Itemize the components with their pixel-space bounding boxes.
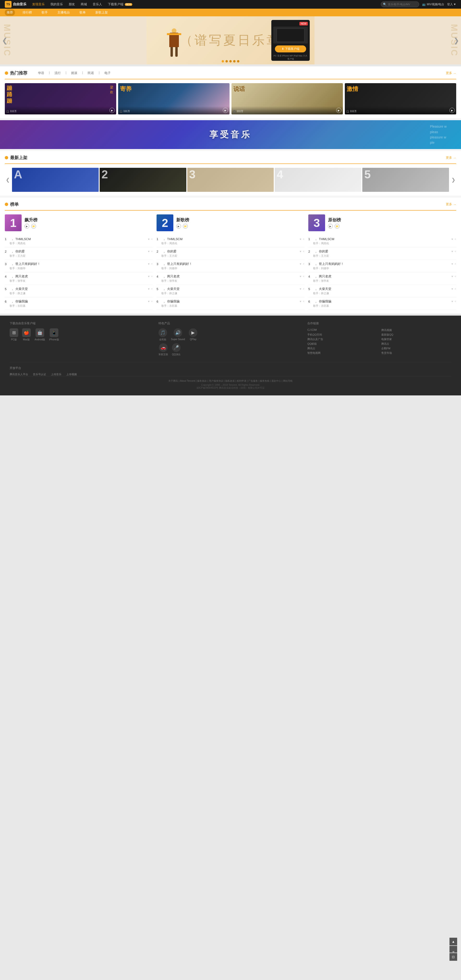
heart-icon-1-0[interactable]: ♥ [299,237,301,241]
chart-play-btn-2[interactable]: ▶ [328,224,333,229]
nav-item-shop[interactable]: 商城 [80,2,88,7]
plus-icon-1-3[interactable]: + [303,275,304,278]
plus-icon-2-4[interactable]: + [455,287,456,291]
footer-link-5[interactable]: 电脑管家 [381,337,451,341]
sub-nav-radio[interactable]: 主播电台 [55,10,72,16]
chart-add-btn-2[interactable]: 📁 [335,224,339,229]
chart-item-name-1-0[interactable]: THMLSCM [167,237,182,241]
plus-icon-2-1[interactable]: + [455,250,456,253]
search-box[interactable]: 🔍 [381,2,419,7]
footer-link-7[interactable]: 腾讯云 [381,342,451,346]
card-play-btn-0[interactable]: ▶ [109,108,115,113]
banner-prev-btn[interactable]: ❮ [0,35,10,46]
chart-item-name-1-2[interactable]: 世上只有妈妈好！ [167,262,192,266]
banner-ad-download-btn[interactable]: ⬇ 下载客户端 [275,45,306,52]
footer-open-link-1[interactable]: 音乐号认证 [33,372,46,376]
nav-item-download[interactable]: 下载客户端 NEW [107,2,133,7]
banner-dot-4[interactable] [233,60,236,62]
carousel-item-0[interactable]: A [12,168,99,192]
enjoy-music-banner[interactable]: 享受音乐 Pleasure wpleaspleasure wple [0,120,461,149]
heart-icon-0-2[interactable]: ♥ [148,262,150,266]
sub-nav-charts[interactable]: 排行榜 [21,10,34,16]
card-play-btn-1[interactable]: ▶ [223,108,228,113]
plus-icon-2-0[interactable]: + [455,237,456,241]
footer-product-quanmin[interactable]: 🎵 全民歌 [158,328,167,341]
footer-link-8[interactable]: 腾讯云 [307,347,377,350]
chart-item-name-0-4[interactable]: 火柴天堂 [15,287,28,291]
banner-dot-1[interactable] [222,60,224,62]
plus-icon-2-2[interactable]: + [455,262,456,266]
carousel-item-2[interactable]: 3 [187,168,274,192]
chart-play-btn-1[interactable]: ▶ [176,224,181,229]
banner-next-btn[interactable]: ❯ [451,35,461,46]
tab-pop[interactable]: 流行 [54,71,61,75]
plus-icon-0-4[interactable]: + [151,287,153,291]
plus-icon-0-3[interactable]: + [151,275,153,278]
video-btn[interactable]: 📺 MV/视频/电台 [422,2,444,6]
chart-item-name-0-2[interactable]: 世上只有妈妈好！ [15,262,40,266]
banner-dot-2[interactable] [225,60,228,62]
carousel-item-1[interactable]: 2 [100,168,186,192]
heart-icon-0-5[interactable]: ♥ [148,300,150,303]
carousel-item-3[interactable]: 4 [275,168,361,192]
tab-rock[interactable]: 摇滚 [71,71,77,75]
plus-icon-1-1[interactable]: + [303,250,304,253]
footer-open-link-0[interactable]: 腾讯音乐人平台 [10,372,28,376]
heart-icon-0-3[interactable]: ♥ [148,275,150,278]
tab-folk[interactable]: 民谣 [88,71,94,75]
nav-item-mymusic[interactable]: 我的音乐 [49,2,64,7]
chart-play-btn-0[interactable]: ▶ [24,224,29,229]
footer-product-car[interactable]: 🚗 车联互联 [158,343,168,356]
nav-item-friends[interactable]: 朋友 [68,2,76,7]
heart-icon-2-0[interactable]: ♥ [451,237,453,241]
chart-item-name-2-0[interactable]: THMLSCM [319,237,334,241]
music-card-3[interactable]: 激情 🎧 111万 ▶ [345,83,456,115]
heart-icon-1-2[interactable]: ♥ [299,262,301,266]
footer-link-1[interactable]: 腾讯视频 [381,328,451,332]
footer-open-link-3[interactable]: 上传视频 [66,372,77,376]
heart-icon-2-1[interactable]: ♥ [451,250,453,253]
heart-icon-1-5[interactable]: ♥ [299,300,301,303]
hot-recommend-more[interactable]: 更多 → [446,71,456,75]
footer-product-qplay[interactable]: ▶ QPlay [189,328,197,341]
banner-dot-3[interactable] [229,60,232,62]
plus-icon-0-2[interactable]: + [151,262,153,266]
footer-link-3[interactable]: 最新版QQ [381,333,451,337]
sub-nav-new[interactable]: 新歌上架 [93,10,110,16]
chart-item-name-0-3[interactable]: 两只老虎 [15,274,28,278]
search-input[interactable] [388,3,417,6]
music-card-1[interactable]: 寄养 🎧 111万 ▶ [118,83,230,115]
footer-product-supersound[interactable]: 🔊 Super Sound [171,328,185,341]
footer-app-iphone[interactable]: 📱 iPhone版 [49,328,59,341]
footer-app-pc[interactable]: ⊞ PC版 [10,328,18,341]
footer-product-qqshow[interactable]: 🎤 QQ演出 [172,343,181,356]
banner-dot-5[interactable] [237,60,239,62]
footer-link-11[interactable]: 售货市场 [381,351,451,355]
carousel-item-4[interactable]: 5 [362,168,449,192]
card-play-btn-3[interactable]: ▶ [450,108,455,113]
footer-link-9[interactable]: 企鹅FM [381,347,451,350]
banner-ad[interactable]: NEW ⬇ 下载客户端 PC 安卓 iPhone WP iPad Mac 六大客… [271,20,310,61]
heart-icon-2-3[interactable]: ♥ [451,275,453,278]
footer-link-0[interactable]: CJ E3M [307,328,377,332]
heart-icon-1-3[interactable]: ♥ [299,275,301,278]
music-card-0[interactable]: 蹦踊蹦 梁欢 🎧 111万 ▶ [5,83,116,115]
charts-more[interactable]: 更多 → [446,202,456,207]
plus-icon-0-0[interactable]: + [151,237,153,241]
heart-icon-2-4[interactable]: ♥ [451,287,453,291]
footer-open-link-2[interactable]: 上传音乐 [51,372,62,376]
chart-item-name-2-1[interactable]: 你的爱 [319,249,328,254]
heart-icon-2-5[interactable]: ♥ [451,300,453,303]
footer-link-2[interactable]: 手机QQ空间 [307,333,377,337]
plus-icon-2-3[interactable]: + [455,275,456,278]
heart-icon-1-1[interactable]: ♥ [299,250,301,253]
plus-icon-0-1[interactable]: + [151,250,153,253]
plus-icon-1-0[interactable]: + [303,237,304,241]
footer-app-android[interactable]: 🤖 Android版 [35,328,45,341]
chart-add-btn-1[interactable]: 📁 [183,224,188,229]
heart-icon-0-0[interactable]: ♥ [148,237,150,241]
sub-nav-artist[interactable]: 歌手 [40,10,50,16]
plus-icon-1-2[interactable]: + [303,262,304,266]
card-play-btn-2[interactable]: ▶ [336,108,341,113]
heart-icon-0-4[interactable]: ♥ [148,287,150,291]
